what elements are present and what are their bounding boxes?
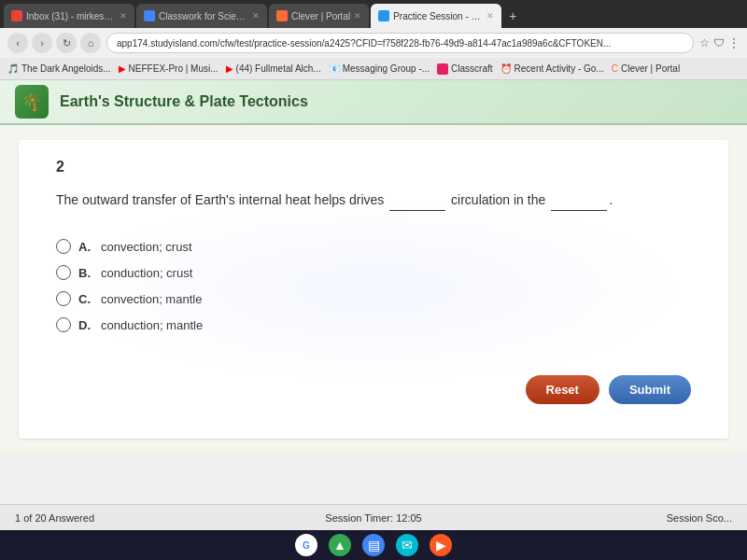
status-timer: Session Timer: 12:05 [254, 512, 493, 524]
bookmark-clever[interactable]: C Clever | Portal [612, 63, 680, 74]
blank-2 [551, 190, 607, 211]
address-bar-row: ‹ › ↻ ⌂ ☆ 🛡 ⋮ [0, 28, 747, 58]
bookmark-dark-angeloids[interactable]: 🎵 The Dark Angeloids... [7, 63, 111, 74]
option-c-letter: C. [78, 292, 93, 306]
shield-icon: 🛡 [713, 36, 725, 49]
taskbar-google-icon[interactable]: G [295, 534, 317, 556]
status-answered: 1 of 20 Answered [15, 512, 254, 524]
site-logo: 🌴 [15, 85, 49, 119]
question-text-middle: circulation in the [451, 192, 545, 207]
bookmark-classcraft-icon [437, 63, 448, 75]
taskbar-play-icon[interactable]: ▶ [430, 534, 452, 556]
reset-button[interactable]: Reset [526, 375, 599, 404]
blank-1 [389, 190, 445, 211]
nav-buttons: ‹ › ↻ ⌂ [7, 33, 101, 53]
bookmark-recent-activity[interactable]: ⏰ Recent Activity - Go... [500, 63, 604, 74]
tab-favicon-practice [378, 10, 389, 21]
tab-close-classwork[interactable]: ✕ [252, 11, 260, 21]
status-score: Session Sco... [493, 512, 732, 524]
taskbar-drive-icon[interactable]: ▲ [329, 534, 351, 556]
option-a-letter: A. [78, 240, 93, 254]
new-tab-button[interactable]: + [503, 8, 522, 23]
back-button[interactable]: ‹ [7, 33, 28, 53]
bookmark-clever-icon: C [612, 63, 618, 74]
bookmark-messaging[interactable]: 📧 Messaging Group -... [329, 63, 430, 74]
option-d-letter: D. [78, 318, 93, 332]
option-b-letter: B. [78, 266, 93, 280]
question-text: The outward transfer of Earth's internal… [56, 190, 691, 211]
tab-favicon-classwork [144, 10, 155, 21]
option-d-text: conduction; mantle [101, 318, 203, 332]
option-d[interactable]: D. conduction; mantle [56, 312, 691, 338]
address-icons: ☆ 🛡 ⋮ [699, 36, 740, 49]
menu-icon[interactable]: ⋮ [728, 36, 740, 49]
tab-classwork[interactable]: Classwork for Science: 3a - Pag... ✕ [136, 4, 267, 28]
status-bar: 1 of 20 Answered Session Timer: 12:05 Se… [0, 504, 747, 530]
tab-favicon-inbox [11, 10, 22, 21]
refresh-button[interactable]: ↻ [56, 33, 77, 53]
tab-close-clever[interactable]: ✕ [354, 11, 361, 21]
option-a[interactable]: A. convection; crust [56, 233, 691, 259]
radio-c[interactable] [56, 291, 71, 306]
bookmark-play-icon: ▶ [119, 63, 126, 74]
question-area: 2 The outward transfer of Earth's intern… [19, 140, 728, 439]
site-header: 🌴 Earth's Structure & Plate Tectonics [0, 80, 747, 125]
bookmark-activity-icon: ⏰ [500, 63, 512, 74]
tab-practice[interactable]: Practice Session - Earth's Struc... ✕ [371, 4, 501, 28]
address-input[interactable] [106, 33, 694, 53]
option-c-text: convection; mantle [101, 292, 202, 306]
bookmarks-bar: 🎵 The Dark Angeloids... ▶ NEFFEX-Pro | M… [0, 58, 747, 80]
bookmark-icon: 🎵 [7, 63, 19, 74]
option-b[interactable]: B. conduction; crust [56, 259, 691, 286]
tab-favicon-clever [276, 10, 288, 21]
option-a-text: convection; crust [101, 240, 192, 254]
bookmark-star-icon[interactable]: ☆ [699, 36, 710, 49]
submit-button[interactable]: Submit [609, 375, 691, 404]
bookmark-yt-icon: ▶ [226, 63, 233, 74]
radio-d[interactable] [56, 317, 71, 332]
bookmark-classcraft[interactable]: Classcraft [437, 63, 492, 75]
tab-clever[interactable]: Clever | Portal ✕ [269, 4, 369, 28]
os-taskbar: G ▲ ▤ ✉ ▶ [0, 530, 747, 560]
question-number: 2 [56, 159, 691, 175]
bookmark-email-icon: 📧 [329, 63, 340, 74]
button-row: Reset Submit [56, 366, 691, 404]
page-wrapper: 🌴 Earth's Structure & Plate Tectonics 2 … [0, 80, 747, 560]
site-title: Earth's Structure & Plate Tectonics [60, 93, 308, 110]
taskbar-docs-icon[interactable]: ▤ [362, 534, 385, 556]
bookmark-neffex[interactable]: ▶ NEFFEX-Pro | Musi... [119, 63, 218, 74]
radio-b[interactable] [56, 265, 71, 280]
options-list: A. convection; crust B. conduction; crus… [56, 233, 691, 338]
home-button[interactable]: ⌂ [80, 33, 101, 53]
option-c[interactable]: C. convection; mantle [56, 286, 691, 312]
forward-button[interactable]: › [32, 33, 52, 53]
bookmark-fullmetal[interactable]: ▶ (44) Fullmetal Alch... [226, 63, 321, 74]
tab-bar: Inbox (31) - mirkesa_bryant@kc... ✕ Clas… [0, 0, 747, 28]
tab-inbox[interactable]: Inbox (31) - mirkesa_bryant@kc... ✕ [4, 4, 134, 28]
question-text-before: The outward transfer of Earth's internal… [56, 192, 384, 207]
tab-close-inbox[interactable]: ✕ [120, 11, 127, 21]
tab-close-practice[interactable]: ✕ [486, 11, 494, 21]
option-b-text: conduction; crust [101, 266, 192, 280]
logo-icon: 🌴 [21, 91, 42, 112]
taskbar-mail-icon[interactable]: ✉ [396, 534, 418, 556]
question-period: . [609, 192, 613, 207]
radio-a[interactable] [56, 239, 71, 254]
